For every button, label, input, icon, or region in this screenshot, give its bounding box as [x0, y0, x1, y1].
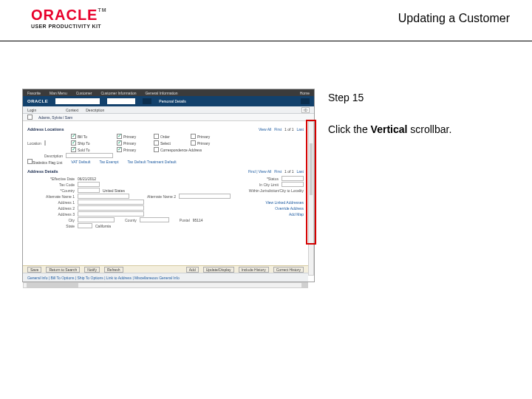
search-icon[interactable]	[143, 98, 151, 104]
state-field[interactable]	[78, 223, 92, 228]
brand-subtitle: USER PRODUCTIVITY KIT	[31, 24, 107, 29]
field-label: Alternate Name 2	[147, 194, 176, 199]
checkbox-label: Primary	[123, 141, 136, 146]
status-links[interactable]: General Info | Bill To Options | Ship To…	[27, 276, 180, 280]
postal-value: 95114	[193, 218, 203, 222]
menubar: Favorite Man Menu Customer Customer Info…	[23, 89, 314, 96]
checkbox[interactable]	[117, 134, 122, 139]
return-button[interactable]: Return to Search	[46, 267, 80, 273]
include-history-button[interactable]: Include History	[239, 267, 269, 273]
expand-icon[interactable]	[27, 115, 33, 120]
link[interactable]: Add Map	[289, 212, 304, 216]
menu-item[interactable]: Customer	[76, 91, 92, 95]
checkbox[interactable]	[191, 134, 196, 139]
menu-item[interactable]: Favorite	[27, 91, 41, 95]
menu-item[interactable]: Man Menu	[50, 91, 67, 95]
checkbox[interactable]	[117, 147, 122, 152]
link[interactable]: Tax Exempt	[99, 160, 118, 164]
checkbox[interactable]	[71, 140, 76, 146]
city-field[interactable]	[78, 217, 115, 222]
save-button[interactable]: Save	[27, 267, 41, 273]
location-field[interactable]	[44, 140, 46, 146]
correct-history-button[interactable]: Correct History	[273, 267, 304, 273]
field-label: Address 3	[27, 212, 75, 216]
checkbox[interactable]	[71, 147, 76, 152]
first-link[interactable]: First	[274, 127, 282, 132]
address3-field[interactable]	[78, 211, 144, 216]
checkbox[interactable]	[191, 140, 196, 146]
link[interactable]: Tax Default Treatment Default	[128, 160, 177, 164]
checkbox[interactable]	[154, 140, 159, 146]
refresh-button[interactable]: Refresh	[104, 267, 123, 273]
checkbox-label: Order	[160, 134, 170, 139]
description-field[interactable]	[66, 153, 113, 158]
search-value[interactable]	[107, 98, 135, 104]
address1-field[interactable]	[78, 200, 144, 205]
field-label: *Effective Date	[27, 177, 75, 181]
appbar-action[interactable]	[301, 98, 310, 104]
field-label: Alternate Name 1	[27, 194, 75, 199]
altname2-field[interactable]	[179, 194, 231, 199]
effective-date-value: 06/21/2012	[78, 177, 96, 181]
checkbox[interactable]	[117, 140, 122, 146]
home-link[interactable]: Home	[300, 91, 310, 95]
instruction-prefix: Click the	[328, 123, 371, 135]
header: ORACLETM USER PRODUCTIVITY KIT Updating …	[0, 7, 532, 41]
menu-item[interactable]: General Information	[145, 91, 177, 95]
field-label: State	[27, 224, 75, 228]
last-link[interactable]: Last	[297, 127, 304, 132]
county-field[interactable]	[140, 217, 169, 222]
field-label: Location	[27, 141, 41, 146]
appbar-brand: ORACLE	[27, 99, 48, 103]
subbar: Login Context Description ID	[23, 106, 314, 114]
checkbox-label: Primary	[123, 134, 136, 139]
scrollbar-thumb[interactable]	[310, 143, 313, 195]
address2-field[interactable]	[78, 205, 144, 211]
add-button[interactable]: Add	[186, 267, 199, 273]
scroll-right-icon[interactable]	[301, 283, 307, 287]
checkbox[interactable]	[154, 147, 159, 152]
subbar-label: Login	[27, 108, 58, 112]
country-field[interactable]	[78, 188, 100, 193]
checkbox-label: Primary	[197, 141, 210, 146]
section-title: Address Details	[27, 169, 58, 174]
checkbox-label: Statistics Flag List	[33, 160, 62, 165]
checkbox-label: Primary	[123, 148, 136, 152]
checkbox[interactable]	[71, 134, 76, 139]
tax-code-field[interactable]	[78, 182, 100, 187]
field-label: Postal	[180, 218, 190, 222]
link[interactable]: VAT Default	[71, 160, 90, 164]
link[interactable]: Override Address	[275, 206, 304, 211]
page: ORACLETM USER PRODUCTIVITY KIT Updating …	[0, 0, 532, 399]
checkbox[interactable]	[27, 159, 33, 164]
update-button[interactable]: Update/Display	[203, 267, 234, 273]
screenshot: Favorite Man Menu Customer Customer Info…	[22, 89, 315, 282]
body: Favorite Man Menu Customer Customer Info…	[22, 89, 516, 282]
appbar: ORACLE Personal Details	[23, 96, 314, 106]
scrollbar-thumb[interactable]	[27, 283, 78, 287]
view-all-link[interactable]: View All	[259, 127, 271, 132]
instruction-text: Click the Vertical scrollbar.	[328, 120, 516, 139]
altname1-field[interactable]	[78, 194, 129, 199]
field-label: County	[125, 218, 137, 222]
first-link[interactable]: First	[274, 169, 282, 174]
field-label: Address 1	[27, 200, 75, 205]
search-input[interactable]	[55, 98, 100, 104]
incity-field[interactable]	[282, 182, 304, 187]
checkbox-label: Primary	[197, 134, 210, 139]
status-field[interactable]	[282, 176, 304, 181]
menu-item[interactable]: Customer Information	[100, 91, 136, 95]
vertical-scrollbar[interactable]	[308, 121, 314, 276]
horizontal-scrollbar[interactable]	[23, 282, 308, 288]
section-title: Address Locations	[27, 127, 64, 132]
notify-button[interactable]: Notify	[84, 267, 100, 273]
last-link[interactable]: Last	[297, 169, 304, 174]
subbar-tag: ID	[301, 107, 310, 113]
step-label: Step 15	[328, 89, 516, 107]
link[interactable]: View Linked Addresses	[265, 200, 304, 205]
find-link[interactable]: Find | View All	[248, 169, 271, 174]
brand-word: ORACLE	[31, 7, 98, 23]
form-content: Address Locations View All First 1 of 1 …	[23, 121, 308, 265]
checkbox[interactable]	[154, 134, 159, 139]
logo: ORACLETM USER PRODUCTIVITY KIT	[31, 7, 107, 29]
